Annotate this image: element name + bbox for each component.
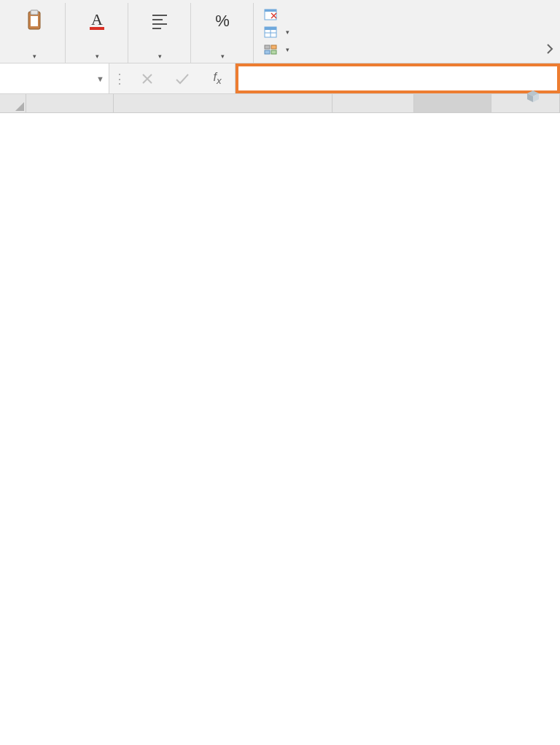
svg-rect-16	[265, 45, 270, 49]
logo-icon	[526, 90, 540, 103]
formula-handle[interactable]: ⋮	[109, 71, 130, 87]
svg-rect-4	[90, 27, 104, 30]
svg-text:%: %	[215, 12, 230, 30]
ribbon-caption-clipboard[interactable]: ▾	[31, 50, 36, 61]
ribbon-caption-alignment[interactable]: ▾	[157, 50, 162, 61]
ribbon-group-clipboard: ▾	[3, 3, 66, 63]
clipboard-icon	[23, 9, 46, 32]
alignment-icon	[148, 9, 171, 32]
name-box[interactable]: ▼	[0, 63, 109, 93]
check-icon	[174, 72, 190, 85]
column-headers	[0, 94, 560, 113]
select-all-button[interactable]	[0, 94, 26, 112]
enter-formula-button[interactable]	[165, 63, 200, 93]
ribbon-caption-styles	[264, 58, 535, 61]
ribbon: ▾ A ▾ ▾ %	[0, 0, 560, 63]
alignment-button[interactable]	[144, 6, 176, 35]
ribbon-overflow-button[interactable]	[542, 3, 560, 63]
format-as-table-icon	[264, 26, 277, 39]
svg-rect-18	[265, 50, 270, 54]
cancel-formula-button[interactable]	[130, 63, 165, 93]
formula-bar-row: ▼ ⋮ fx	[0, 63, 560, 94]
svg-rect-11	[265, 9, 276, 12]
svg-rect-19	[271, 50, 276, 54]
insert-function-button[interactable]: fx	[200, 71, 235, 86]
svg-rect-17	[271, 45, 276, 49]
conditional-formatting-button[interactable]	[264, 6, 289, 23]
chevron-right-icon	[545, 42, 554, 55]
col-header-A[interactable]	[26, 94, 114, 112]
svg-rect-2	[31, 16, 38, 26]
svg-text:A: A	[91, 10, 103, 28]
percent-icon: %	[211, 9, 234, 32]
ribbon-group-font: A ▾	[66, 3, 128, 63]
col-header-C[interactable]	[332, 94, 414, 112]
watermark	[526, 90, 542, 103]
paste-button[interactable]	[18, 6, 50, 35]
ribbon-group-alignment: ▾	[128, 3, 191, 63]
col-header-D[interactable]	[414, 94, 491, 112]
cell-styles-button[interactable]: ▾	[264, 41, 289, 58]
ribbon-group-styles: ▾ ▾	[254, 3, 542, 63]
formula-tools: ⋮ fx	[109, 63, 236, 93]
col-header-B[interactable]	[114, 94, 332, 112]
fx-icon: fx	[213, 71, 221, 86]
col-header-E[interactable]	[491, 94, 560, 112]
number-button[interactable]: %	[206, 6, 238, 35]
font-button[interactable]: A	[81, 6, 113, 35]
ribbon-caption-number[interactable]: ▾	[219, 50, 225, 61]
ribbon-caption-font[interactable]: ▾	[94, 50, 99, 61]
close-icon	[141, 72, 154, 85]
font-icon: A	[85, 9, 109, 32]
format-as-table-button[interactable]: ▾	[264, 23, 289, 41]
ribbon-group-number: % ▾	[191, 3, 254, 63]
svg-rect-1	[31, 10, 38, 15]
chevron-down-icon[interactable]: ▼	[96, 74, 104, 83]
conditional-formatting-icon	[264, 8, 277, 21]
cell-styles-icon	[264, 43, 277, 56]
formula-bar[interactable]	[236, 63, 560, 93]
